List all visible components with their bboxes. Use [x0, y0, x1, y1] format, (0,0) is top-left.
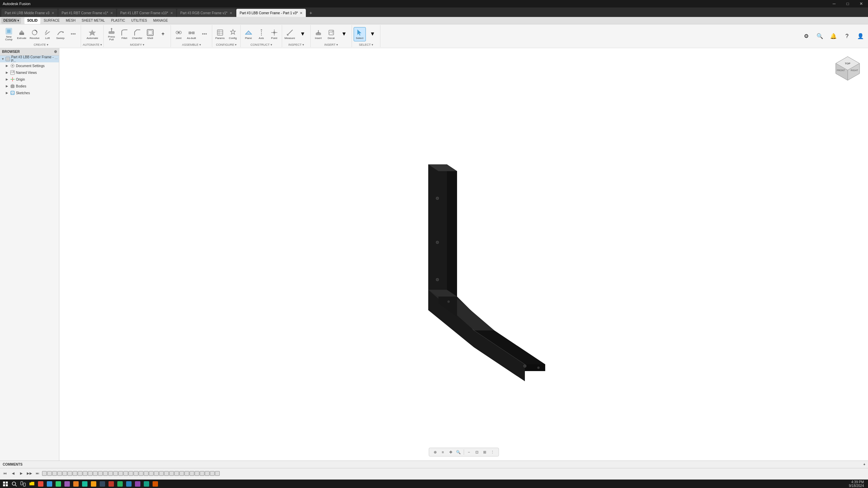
tab-utilities[interactable]: UTILITIES — [129, 17, 150, 24]
vp-orbit-btn[interactable]: ⊕ — [432, 449, 438, 455]
browser-item-bodies[interactable]: ▶ Bodies — [0, 83, 59, 89]
taskbar-app6[interactable] — [81, 480, 89, 488]
timeline-marker-32[interactable] — [205, 471, 210, 476]
tab-1-close[interactable]: ✕ — [52, 11, 54, 15]
timeline-marker-31[interactable] — [200, 471, 204, 476]
timeline-marker-18[interactable] — [134, 471, 138, 476]
timeline-next-btn[interactable]: ▶▶ — [26, 470, 33, 477]
timeline-start-btn[interactable]: ⏮ — [1, 470, 9, 477]
axis-button[interactable]: Axis — [255, 27, 268, 41]
timeline-prev-btn[interactable]: ◀ — [9, 470, 17, 477]
design-workspace-selector[interactable]: DESIGN ▾ — [1, 18, 21, 24]
search-button[interactable]: 🔍 — [814, 29, 826, 43]
taskbar-app5[interactable] — [72, 480, 80, 488]
plane-button[interactable]: Plane — [242, 27, 255, 41]
timeline-marker-5[interactable] — [67, 471, 72, 476]
timeline-marker-10[interactable] — [93, 471, 98, 476]
browser-item-sketches[interactable]: ▶ Sketches — [0, 89, 59, 96]
root-options[interactable]: ⋯ — [55, 57, 58, 61]
insert-more-button[interactable]: ▼ — [338, 27, 350, 41]
timeline-marker-14[interactable] — [113, 471, 118, 476]
timeline-marker-0[interactable] — [42, 471, 47, 476]
timeline-marker-15[interactable] — [118, 471, 123, 476]
taskbar-app1[interactable] — [37, 480, 45, 488]
tab-sheet-metal[interactable]: SHEET METAL — [79, 17, 108, 24]
assemble-more-button[interactable] — [198, 27, 211, 41]
taskbar-app9[interactable] — [107, 480, 115, 488]
extrude-button[interactable]: Extrude — [16, 27, 28, 41]
timeline-marker-26[interactable] — [174, 471, 179, 476]
fillet-button[interactable]: Fillet — [118, 27, 131, 41]
timeline-marker-28[interactable] — [184, 471, 189, 476]
view-cube[interactable]: TOP RIGHT FRONT — [834, 55, 861, 82]
inspect-more-button[interactable]: ▼ — [297, 27, 309, 41]
timeline-marker-9[interactable] — [88, 471, 93, 476]
tab-mesh[interactable]: MESH — [63, 17, 78, 24]
tab-1[interactable]: Part #4 LRB Middle Frame v3 ✕ — [1, 9, 58, 17]
timeline-marker-25[interactable] — [169, 471, 174, 476]
loft-button[interactable]: Loft — [41, 27, 54, 41]
timeline-marker-27[interactable] — [179, 471, 184, 476]
vp-look-btn[interactable]: ≡ — [439, 449, 446, 455]
timeline-end-btn[interactable]: ⏭ — [34, 470, 41, 477]
taskbar-app2[interactable] — [45, 480, 54, 488]
taskbar-app11[interactable] — [125, 480, 133, 488]
taskbar-search[interactable] — [10, 480, 18, 488]
tab-manage[interactable]: MANAGE — [151, 17, 171, 24]
taskbar-app8[interactable] — [98, 480, 106, 488]
timeline-marker-8[interactable] — [83, 471, 87, 476]
browser-item-named-views[interactable]: ▶ Named Views — [0, 69, 59, 76]
tab-4-close[interactable]: ✕ — [230, 11, 232, 15]
timeline-play-btn[interactable]: ▶ — [18, 470, 25, 477]
press-pull-button[interactable]: Press Pull — [105, 27, 118, 41]
tab-3-close[interactable]: ✕ — [170, 11, 173, 15]
vp-pan-btn[interactable]: ✥ — [447, 449, 454, 455]
tab-4[interactable]: Part #3 RGB Corner Frame v1* ✕ — [177, 9, 236, 17]
vp-grid-btn[interactable]: ⊞ — [481, 449, 488, 455]
sweep-button[interactable]: Sweep — [54, 27, 66, 41]
automate-button[interactable]: Automate — [86, 27, 98, 41]
create-more-button[interactable] — [67, 27, 79, 41]
taskbar-app13[interactable] — [142, 480, 151, 488]
timeline-marker-34[interactable] — [215, 471, 220, 476]
tab-2-close[interactable]: ✕ — [110, 11, 113, 15]
taskbar-app14[interactable] — [151, 480, 159, 488]
timeline-marker-7[interactable] — [78, 471, 82, 476]
timeline-marker-20[interactable] — [144, 471, 149, 476]
tab-surface[interactable]: SURFACE — [41, 17, 62, 24]
timeline-marker-23[interactable] — [159, 471, 164, 476]
select-button[interactable]: Select — [354, 27, 366, 41]
timeline-marker-11[interactable] — [98, 471, 103, 476]
timeline-marker-4[interactable] — [62, 471, 67, 476]
close-button[interactable]: ✕ — [854, 0, 868, 7]
notifications-button[interactable]: 🔔 — [827, 29, 840, 43]
revolve-button[interactable]: Revolve — [28, 27, 41, 41]
taskbar-explorer[interactable] — [28, 480, 36, 488]
configure-btn2[interactable]: Config — [227, 27, 239, 41]
browser-item-root[interactable]: ▼ Part #3 LBB Corner Frame - P... ⋯ — [0, 56, 59, 62]
timeline-marker-2[interactable] — [52, 471, 57, 476]
browser-item-doc-settings[interactable]: ▶ Document Settings — [0, 62, 59, 69]
timeline-marker-22[interactable] — [154, 471, 159, 476]
timeline-marker-3[interactable] — [57, 471, 62, 476]
tab-5-close[interactable]: ✕ — [300, 11, 302, 15]
timeline-marker-21[interactable] — [149, 471, 154, 476]
timeline-marker-13[interactable] — [108, 471, 113, 476]
vp-more-btn[interactable]: ⋮ — [489, 449, 496, 455]
taskbar-app7[interactable] — [90, 480, 98, 488]
select-more-button[interactable]: ▼ — [367, 27, 379, 41]
timeline-marker-17[interactable] — [129, 471, 133, 476]
joint-button[interactable]: Joint — [173, 27, 185, 41]
modify-more-button[interactable]: + — [157, 27, 169, 41]
chamfer-button[interactable]: Chamfer — [131, 27, 143, 41]
timeline-marker-24[interactable] — [164, 471, 169, 476]
timeline-marker-1[interactable] — [47, 471, 52, 476]
taskbar-taskview[interactable] — [19, 480, 27, 488]
taskbar-start[interactable] — [1, 480, 9, 488]
browser-item-origin[interactable]: ▶ Origin — [0, 76, 59, 83]
viewport[interactable]: TOP RIGHT FRONT — [59, 48, 868, 461]
new-tab-button[interactable]: + — [307, 9, 315, 17]
timeline-marker-30[interactable] — [195, 471, 199, 476]
insert-button[interactable]: Insert — [312, 27, 324, 41]
new-component-button[interactable]: New Comp — [3, 27, 15, 41]
